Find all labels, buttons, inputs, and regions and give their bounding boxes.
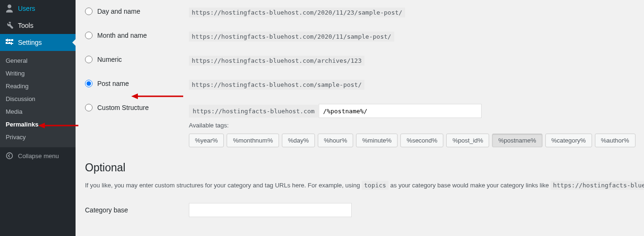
users-icon: [5, 4, 14, 13]
settings-submenu: General Writing Reading Discussion Media…: [0, 51, 76, 147]
radio-label-custom[interactable]: Custom Structure: [97, 104, 149, 111]
optional-description: If you like, you may enter custom struct…: [85, 182, 644, 189]
sidebar-item-settings[interactable]: Settings: [0, 34, 76, 51]
submenu-item-reading[interactable]: Reading: [0, 80, 76, 93]
custom-structure-input[interactable]: [319, 104, 482, 118]
menu-label: Tools: [18, 22, 34, 29]
tools-icon: [5, 21, 14, 30]
submenu-item-permalinks[interactable]: Permalinks: [0, 118, 76, 131]
collapse-icon: [5, 151, 14, 160]
tag-author[interactable]: %author%: [595, 134, 636, 147]
submenu-item-writing[interactable]: Writing: [0, 67, 76, 80]
radio-label-post-name[interactable]: Post name: [97, 80, 129, 87]
menu-label: Settings: [18, 39, 42, 46]
submenu-item-media[interactable]: Media: [0, 105, 76, 118]
sample-post-name: https://hostingfacts-bluehost.com/sample…: [189, 80, 364, 90]
submenu-item-discussion[interactable]: Discussion: [0, 93, 76, 105]
submenu-item-general[interactable]: General: [0, 54, 76, 67]
radio-day-name[interactable]: [85, 8, 93, 15]
radio-numeric[interactable]: [85, 56, 93, 63]
tag-post-id[interactable]: %post_id%: [446, 134, 489, 147]
settings-icon: [5, 38, 14, 47]
sample-url-code: https://hostingfacts-bluehost: [551, 181, 644, 190]
tag-year[interactable]: %year%: [189, 134, 224, 147]
tag-second[interactable]: %second%: [400, 134, 443, 147]
tag-day[interactable]: %day%: [282, 134, 315, 147]
radio-label-month-name[interactable]: Month and name: [97, 32, 147, 39]
sample-day-name: https://hostingfacts-bluehost.com/2020/1…: [189, 8, 405, 17]
tag-category[interactable]: %category%: [545, 134, 592, 147]
tag-monthnum[interactable]: %monthnum%: [227, 134, 279, 147]
svg-point-7: [7, 153, 13, 159]
tag-hour[interactable]: %hour%: [318, 134, 353, 147]
main-content: Day and name https://hostingfacts-blueho…: [76, 0, 644, 236]
collapse-label: Collapse menu: [18, 152, 59, 160]
radio-month-name[interactable]: [85, 32, 93, 39]
tag-minute[interactable]: %minute%: [356, 134, 398, 147]
radio-label-numeric[interactable]: Numeric: [97, 56, 122, 63]
radio-post-name[interactable]: [85, 80, 93, 87]
submenu-item-privacy[interactable]: Privacy: [0, 131, 76, 143]
optional-heading: Optional: [85, 161, 644, 174]
svg-marker-9: [131, 93, 138, 99]
available-tags-label: Available tags:: [189, 122, 644, 129]
custom-base-url: https://hostingfacts-bluehost.com: [189, 105, 318, 118]
tags-row: %year% %monthnum% %day% %hour% %minute% …: [189, 134, 644, 147]
sidebar-item-users[interactable]: Users: [0, 0, 76, 17]
menu-label: Users: [18, 5, 35, 12]
category-base-input[interactable]: [189, 203, 352, 217]
sample-numeric: https://hostingfacts-bluehost.com/archiv…: [189, 56, 364, 66]
sample-month-name: https://hostingfacts-bluehost.com/2020/1…: [189, 32, 394, 42]
topics-code: topics: [362, 181, 389, 190]
radio-label-day-name[interactable]: Day and name: [97, 8, 140, 15]
admin-sidebar: Users Tools Settings General Writing Rea…: [0, 0, 76, 236]
tag-postname[interactable]: %postname%: [492, 134, 542, 147]
sidebar-item-tools[interactable]: Tools: [0, 17, 76, 34]
category-base-label: Category base: [85, 206, 189, 214]
radio-custom[interactable]: [85, 104, 93, 111]
collapse-menu-button[interactable]: Collapse menu: [0, 147, 76, 164]
annotation-arrow-postname: [131, 93, 188, 100]
